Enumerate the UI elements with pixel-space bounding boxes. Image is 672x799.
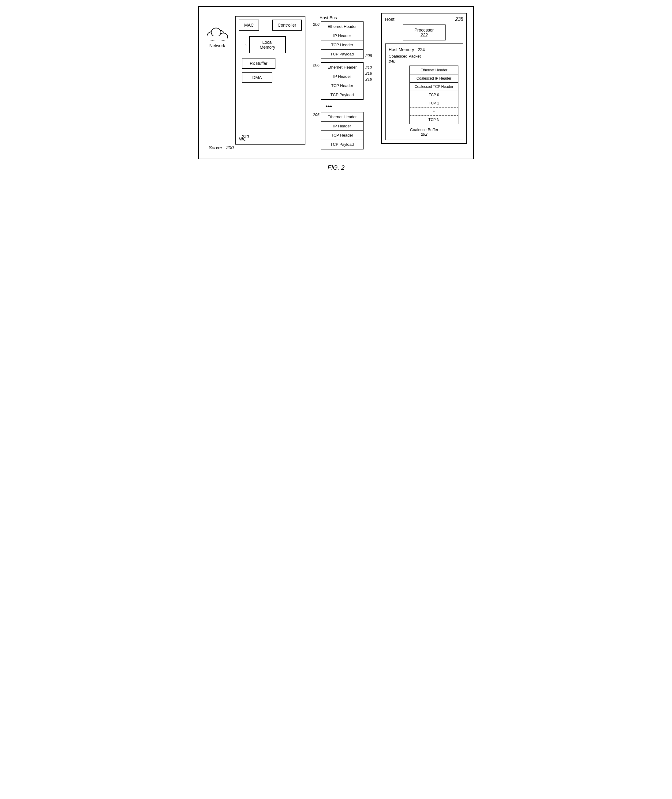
coalesce-row-tcp0: TCP 0 [410,91,458,99]
coalesce-row-tcp1: TCP 1 [410,99,458,107]
packet2-arrow-label-216: 216 [365,71,372,75]
packet3-row3: TCP Header [321,131,363,140]
host-title: Host [385,16,394,22]
coalesce-buffer-label-text: Coalesce Buffer [410,127,438,132]
server-label: Server 200 [209,145,234,150]
dma-box: DMA [242,72,272,83]
nic-label: NIC 220 [239,136,246,141]
packets-dots: ••• [326,103,332,110]
host-outer-box: Host 238 Processor 222 H [381,13,467,144]
svg-point-3 [211,28,221,37]
mac-to-local-arrow-icon: → [242,41,248,48]
packet1-row4: TCP Payload [321,50,363,58]
rx-buffer-box: Rx Buffer [242,58,275,69]
coalesce-row-eth: Ethernet Header [410,66,458,74]
host-label-text: Host [385,16,394,22]
processor-number: 222 [421,32,427,37]
host-memory-box: Host Memory 224 Coalesced Packet [385,43,463,140]
diagram-wrapper: Network MAC Controller → Lo [205,13,467,152]
packet1-box: Ethernet Header IP Header TCP Header TCP… [321,21,363,59]
packet1-number-label: 206 [310,21,320,27]
processor-label: Processor [414,27,434,32]
host-number: 238 [455,16,463,22]
host-bus-label: Host Bus [320,15,337,20]
packet2-row1: Ethernet Header [321,63,363,72]
network-cloud-icon [205,25,229,42]
local-memory-box: Local Memory [249,36,286,53]
figure-caption: FIG. 2 [328,164,344,171]
packet2-arrow-label-218: 218 [365,77,372,82]
nic-box: MAC Controller → Local Memory Rx Buffer … [235,16,306,144]
coalesce-buffer-label: Coalesce Buffer 292 [389,127,460,136]
coalesce-row-dots: • [410,107,458,116]
processor-box: Processor 222 [403,24,446,40]
packet3-box: Ethernet Header IP Header TCP Header TCP… [321,112,363,149]
packet3-row4: TCP Payload [321,140,363,149]
packet1-row2: IP Header [321,31,363,40]
host-memory-label-text: Host Memory [389,47,414,52]
coalesce-row-tcpn: TCP N [410,116,458,124]
coalesce-row-ip: Coalesced IP Header [410,74,458,83]
network-area: Network [205,25,229,48]
main-diagram-border: Network MAC Controller → Lo [198,6,474,159]
host-section: Host 238 Processor 222 H [381,13,467,144]
packet3-row1: Ethernet Header [321,112,363,122]
packet2-row4: TCP Payload [321,90,363,99]
coalesced-packet-label-text: Coalesced Packet [389,54,421,58]
network-label: Network [209,43,225,48]
coalesced-packet-number: 240 [389,59,460,64]
packet2-arrow-label-212: 212 [365,65,372,70]
packet3-number-label: 206 [310,112,320,117]
packet2-box: Ethernet Header IP Header TCP Header TCP… [321,62,363,100]
packet1-arrow-label: 208 [365,53,372,59]
server-label-text: Server [209,145,222,150]
mac-box: MAC [239,19,259,30]
packet2-row2: IP Header [321,72,363,81]
server-number: 200 [226,145,234,150]
coalesce-buffer-number: 292 [421,132,427,136]
packet1-row3: TCP Header [321,40,363,50]
packet1-row1: Ethernet Header [321,22,363,31]
host-memory-number: 224 [418,47,425,52]
host-title-row: Host 238 [385,16,463,22]
local-memory-label: Local Memory [256,40,279,50]
host-memory-title: Host Memory 224 [389,47,425,52]
coalesced-packet-label: Coalesced Packet [389,54,460,58]
packet2-number-label: 206 [310,62,320,67]
packet2-arrow-labels: 212 216 218 [365,62,372,82]
packet3-row2: IP Header [321,122,363,131]
coalesce-row-tcp-hdr: Coalesced TCP Header [410,83,458,91]
packet2-row3: TCP Header [321,81,363,90]
nic-number: 220 [242,134,249,139]
controller-box: Controller [272,19,302,30]
svg-rect-4 [207,36,227,40]
page-container: Network MAC Controller → Lo [198,6,474,171]
coalesce-inner-box: Ethernet Header Coalesced IP Header Coal… [410,66,458,124]
